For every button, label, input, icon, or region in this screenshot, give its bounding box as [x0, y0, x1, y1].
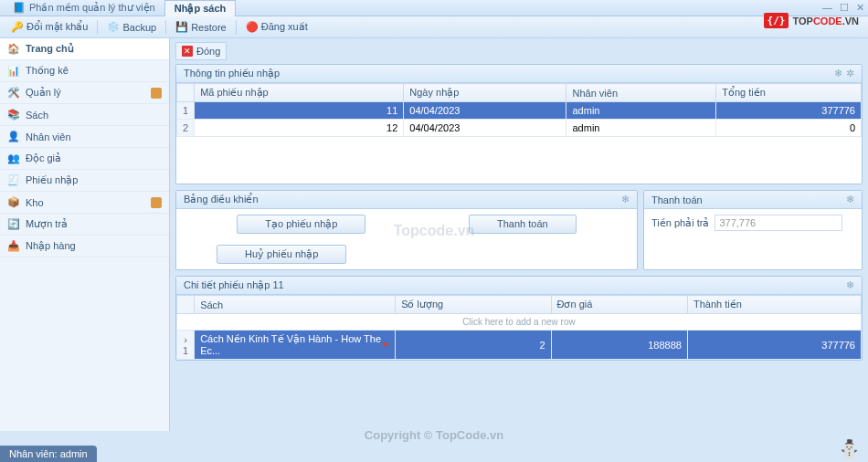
table-header-row: Sách Số lượng Đơn giá Thành tiền — [177, 296, 862, 314]
detail-grid[interactable]: Sách Số lượng Đơn giá Thành tiền Click h… — [176, 295, 862, 360]
snowman-icon: ⛄ — [838, 438, 861, 460]
cell-amount: 377776 — [687, 331, 861, 360]
close-tab-button[interactable]: ✕ Đóng — [175, 42, 227, 60]
sidebar-item-receipts[interactable]: 🧾Phiếu nhập — [0, 170, 169, 192]
col-total[interactable]: Tổng tiền — [716, 84, 862, 102]
cell-staff: admin — [566, 102, 716, 120]
table-row[interactable]: 1 11 04/04/2023 admin 377776 — [177, 102, 862, 120]
label: Trang chủ — [26, 43, 74, 55]
new-row-hint[interactable]: Click here to add a new row — [177, 314, 862, 331]
logo: {/} TOPCODE.VN — [764, 13, 859, 28]
col-id[interactable]: Mã phiếu nhập — [195, 84, 404, 102]
control-panel: Bảng điều khiển❄ Tạo phiếu nhập Thanh to… — [175, 190, 638, 270]
cell-book[interactable]: Cách Nền Kinh Tế Vận Hành - How The Ec..… — [195, 331, 396, 360]
panel-header: Thông tin phiếu nhập ❄✲ — [176, 65, 862, 83]
col-amount[interactable]: Thành tiền — [687, 296, 861, 314]
create-receipt-button[interactable]: Tạo phiếu nhập — [237, 215, 365, 234]
panel-title: Thanh toán — [651, 194, 703, 205]
copyright: Copyright © TopCode.vn — [0, 428, 868, 442]
cell-price[interactable]: 188888 — [551, 331, 687, 360]
label: Nhập hàng — [26, 240, 76, 252]
row-indicator: 2 — [177, 120, 195, 137]
sidebar-item-manage[interactable]: 🛠️Quản lý — [0, 82, 169, 104]
logo-glyph: {/} — [764, 13, 789, 28]
separator — [236, 20, 237, 35]
dropdown-icon[interactable]: ❤ — [382, 341, 389, 350]
sidebar-item-stats[interactable]: 📊Thống kê — [0, 60, 169, 82]
label: Đổi mật khẩu — [26, 21, 88, 33]
col-staff[interactable]: Nhân viên — [566, 84, 716, 102]
cancel-receipt-button[interactable]: Huỷ phiếu nhập — [217, 245, 346, 264]
import-icon: 📥 — [7, 240, 20, 252]
sidebar-item-warehouse[interactable]: 📦Kho — [0, 192, 169, 214]
panel-title: Bảng điều khiển — [184, 194, 259, 205]
label: Độc giả — [26, 152, 61, 164]
logout-button[interactable]: 🔴 Đăng xuất — [240, 19, 313, 35]
separator — [165, 20, 166, 35]
toolbar: 🔑 Đổi mật khẩu ❄️ Backup 💾 Restore 🔴 Đăn… — [0, 16, 868, 38]
label: Restore — [191, 22, 227, 33]
collapse-icon[interactable]: ❄ — [846, 279, 854, 291]
amount-due-label: Tiền phải trả — [651, 217, 709, 229]
gear-icon[interactable]: ✲ — [846, 68, 854, 79]
sidebar-item-import[interactable]: 📥Nhập hàng — [0, 236, 169, 257]
pay-button[interactable]: Thanh toán — [469, 215, 577, 234]
receipt-grid[interactable]: Mã phiếu nhập Ngày nhập Nhân viên Tổng t… — [176, 83, 862, 184]
cell-total: 0 — [716, 120, 862, 137]
table-header-row: Mã phiếu nhập Ngày nhập Nhân viên Tổng t… — [177, 84, 862, 102]
cell-qty[interactable]: 2 — [396, 331, 551, 360]
panel-title: Chi tiết phiếu nhập 11 — [184, 279, 284, 291]
table-row[interactable]: › 1 Cách Nền Kinh Tế Vận Hành - How The … — [177, 331, 862, 360]
x-icon: ✕ — [182, 46, 193, 57]
home-icon: 🏠 — [7, 43, 20, 55]
col-date[interactable]: Ngày nhập — [404, 84, 566, 102]
label: Nhân viên — [26, 131, 71, 142]
reader-icon: 👥 — [7, 152, 20, 164]
sidebar-item-books[interactable]: 📚Sách — [0, 104, 169, 126]
col-qty[interactable]: Số lượng — [396, 296, 551, 314]
change-password-button[interactable]: 🔑 Đổi mật khẩu — [5, 19, 93, 35]
label: Thống kê — [26, 65, 69, 77]
collapse-icon[interactable]: ❄ — [846, 194, 854, 205]
sidebar-item-staff[interactable]: 👤Nhân viên — [0, 126, 169, 148]
backup-button[interactable]: ❄️ Backup — [101, 19, 162, 35]
staff-icon: 👤 — [7, 131, 20, 142]
restore-button[interactable]: 💾 Restore — [170, 19, 232, 35]
tab-nhap-sach[interactable]: Nhập sách — [164, 0, 237, 16]
sidebar-item-readers[interactable]: 👥Độc giả — [0, 148, 169, 170]
table-row[interactable]: 2 12 04/04/2023 admin 0 — [177, 120, 862, 137]
collapse-icon[interactable]: ❄ — [621, 194, 630, 205]
borrow-icon: 🔄 — [7, 218, 20, 230]
tab-label: Nhập sách — [175, 3, 227, 15]
warehouse-icon: 📦 — [7, 196, 20, 208]
label: Backup — [122, 22, 156, 33]
sidebar: 🏠Trang chủ 📊Thống kê 🛠️Quản lý 📚Sách 👤Nh… — [0, 38, 170, 431]
manage-icon: 🛠️ — [7, 87, 20, 99]
sidebar-item-borrow[interactable]: 🔄Mượn trả — [0, 214, 169, 236]
label: Quản lý — [26, 87, 61, 99]
label: Đăng xuất — [261, 21, 308, 33]
cell-date: 04/04/2023 — [404, 120, 566, 137]
collapse-icon[interactable]: ❄ — [834, 68, 842, 79]
restore-icon: 💾 — [175, 21, 188, 33]
user-status: Nhân viên: admin — [0, 446, 97, 462]
cell-id: 11 — [195, 102, 404, 120]
app-icon: 📘 — [13, 2, 26, 14]
tab-main[interactable]: 📘 Phần mềm quản lý thư viện — [4, 0, 164, 16]
col-price[interactable]: Đơn giá — [551, 296, 687, 314]
cell-staff: admin — [566, 120, 716, 137]
receipt-info-panel: Thông tin phiếu nhập ❄✲ Mã phiếu nhập Ng… — [175, 64, 863, 184]
row-indicator: 1 — [177, 102, 195, 120]
receipt-icon: 🧾 — [7, 174, 20, 186]
label: Phiếu nhập — [26, 174, 78, 186]
sidebar-item-home[interactable]: 🏠Trang chủ — [0, 38, 169, 60]
amount-due-field — [715, 215, 842, 231]
separator — [97, 20, 98, 35]
col-book[interactable]: Sách — [195, 296, 396, 314]
stats-icon: 📊 — [7, 65, 20, 77]
cell-total: 377776 — [716, 102, 862, 120]
cell-date: 04/04/2023 — [404, 102, 566, 120]
payment-panel: Thanh toán❄ Tiền phải trả — [643, 190, 863, 270]
badge-icon — [151, 197, 162, 208]
key-icon: 🔑 — [11, 21, 24, 33]
